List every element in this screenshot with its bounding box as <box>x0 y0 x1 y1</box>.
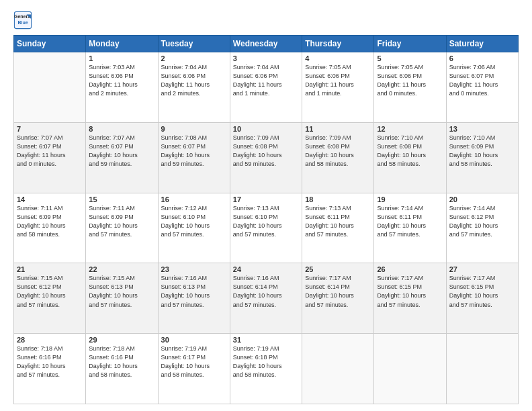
day-info: Sunrise: 7:14 AM Sunset: 6:12 PM Dayligh… <box>449 204 515 239</box>
calendar-day-cell: 14Sunrise: 7:11 AM Sunset: 6:09 PM Dayli… <box>14 193 86 263</box>
calendar-week-row: 14Sunrise: 7:11 AM Sunset: 6:09 PM Dayli… <box>14 193 519 263</box>
weekday-header: Sunday <box>14 36 86 52</box>
calendar-week-row: 7Sunrise: 7:07 AM Sunset: 6:07 PM Daylig… <box>14 122 519 193</box>
calendar-day-cell: 24Sunrise: 7:16 AM Sunset: 6:14 PM Dayli… <box>230 263 302 334</box>
day-number: 9 <box>161 125 227 133</box>
calendar-day-cell <box>374 334 446 404</box>
svg-text:Blue: Blue <box>17 20 28 25</box>
day-info: Sunrise: 7:05 AM Sunset: 6:06 PM Dayligh… <box>305 63 371 98</box>
day-number: 14 <box>17 195 83 203</box>
day-info: Sunrise: 7:17 AM Sunset: 6:14 PM Dayligh… <box>305 274 371 309</box>
day-number: 15 <box>89 195 154 203</box>
day-info: Sunrise: 7:03 AM Sunset: 6:06 PM Dayligh… <box>89 63 154 98</box>
day-info: Sunrise: 7:16 AM Sunset: 6:13 PM Dayligh… <box>161 274 227 309</box>
calendar-day-cell: 20Sunrise: 7:14 AM Sunset: 6:12 PM Dayli… <box>446 193 518 263</box>
calendar-day-cell: 9Sunrise: 7:08 AM Sunset: 6:07 PM Daylig… <box>158 122 230 193</box>
day-info: Sunrise: 7:09 AM Sunset: 6:08 PM Dayligh… <box>305 134 371 169</box>
calendar-day-cell: 22Sunrise: 7:15 AM Sunset: 6:13 PM Dayli… <box>86 263 158 334</box>
day-number: 20 <box>449 195 515 203</box>
day-info: Sunrise: 7:07 AM Sunset: 6:07 PM Dayligh… <box>89 134 154 169</box>
calendar-day-cell: 6Sunrise: 7:06 AM Sunset: 6:07 PM Daylig… <box>446 52 518 123</box>
day-info: Sunrise: 7:13 AM Sunset: 6:11 PM Dayligh… <box>305 204 371 239</box>
day-info: Sunrise: 7:07 AM Sunset: 6:07 PM Dayligh… <box>17 134 83 169</box>
calendar-day-cell: 21Sunrise: 7:15 AM Sunset: 6:12 PM Dayli… <box>14 263 86 334</box>
header: General Blue <box>13 11 519 30</box>
day-number: 29 <box>89 336 154 344</box>
day-number: 10 <box>233 125 299 133</box>
day-number: 26 <box>377 265 443 273</box>
logo: General Blue <box>13 11 34 30</box>
calendar-day-cell: 16Sunrise: 7:12 AM Sunset: 6:10 PM Dayli… <box>158 193 230 263</box>
calendar-day-cell: 30Sunrise: 7:19 AM Sunset: 6:17 PM Dayli… <box>158 334 230 404</box>
calendar-day-cell: 12Sunrise: 7:10 AM Sunset: 6:08 PM Dayli… <box>374 122 446 193</box>
calendar-day-cell: 4Sunrise: 7:05 AM Sunset: 6:06 PM Daylig… <box>302 52 374 123</box>
day-number: 1 <box>89 54 154 62</box>
day-info: Sunrise: 7:11 AM Sunset: 6:09 PM Dayligh… <box>17 204 83 239</box>
weekday-header: Saturday <box>446 36 518 52</box>
calendar-day-cell: 8Sunrise: 7:07 AM Sunset: 6:07 PM Daylig… <box>86 122 158 193</box>
weekday-header: Wednesday <box>230 36 302 52</box>
day-info: Sunrise: 7:18 AM Sunset: 6:16 PM Dayligh… <box>17 345 83 379</box>
day-number: 2 <box>161 54 227 62</box>
day-info: Sunrise: 7:10 AM Sunset: 6:08 PM Dayligh… <box>377 134 443 169</box>
day-number: 17 <box>233 195 299 203</box>
calendar-week-row: 28Sunrise: 7:18 AM Sunset: 6:16 PM Dayli… <box>14 334 519 404</box>
calendar-day-cell: 3Sunrise: 7:04 AM Sunset: 6:06 PM Daylig… <box>230 52 302 123</box>
day-number: 19 <box>377 195 443 203</box>
day-number: 7 <box>17 125 83 133</box>
calendar-day-cell: 15Sunrise: 7:11 AM Sunset: 6:09 PM Dayli… <box>86 193 158 263</box>
day-info: Sunrise: 7:19 AM Sunset: 6:18 PM Dayligh… <box>233 345 299 379</box>
day-info: Sunrise: 7:15 AM Sunset: 6:13 PM Dayligh… <box>89 274 154 309</box>
weekday-header: Monday <box>86 36 158 52</box>
day-info: Sunrise: 7:15 AM Sunset: 6:12 PM Dayligh… <box>17 274 83 309</box>
calendar-header-row: SundayMondayTuesdayWednesdayThursdayFrid… <box>14 36 519 52</box>
calendar-day-cell: 7Sunrise: 7:07 AM Sunset: 6:07 PM Daylig… <box>14 122 86 193</box>
day-info: Sunrise: 7:16 AM Sunset: 6:14 PM Dayligh… <box>233 274 299 309</box>
day-number: 3 <box>233 54 299 62</box>
calendar-day-cell: 26Sunrise: 7:17 AM Sunset: 6:15 PM Dayli… <box>374 263 446 334</box>
calendar-day-cell: 29Sunrise: 7:18 AM Sunset: 6:16 PM Dayli… <box>86 334 158 404</box>
logo-icon: General Blue <box>13 11 32 30</box>
weekday-header: Friday <box>374 36 446 52</box>
calendar-week-row: 1Sunrise: 7:03 AM Sunset: 6:06 PM Daylig… <box>14 52 519 123</box>
weekday-header: Thursday <box>302 36 374 52</box>
day-number: 24 <box>233 265 299 273</box>
day-number: 23 <box>161 265 227 273</box>
day-number: 21 <box>17 265 83 273</box>
day-number: 6 <box>449 54 515 62</box>
day-info: Sunrise: 7:17 AM Sunset: 6:15 PM Dayligh… <box>449 274 515 309</box>
page: General Blue SundayMondayTuesdayWednesda… <box>0 0 532 411</box>
day-info: Sunrise: 7:18 AM Sunset: 6:16 PM Dayligh… <box>89 345 154 379</box>
day-info: Sunrise: 7:14 AM Sunset: 6:11 PM Dayligh… <box>377 204 443 239</box>
calendar-day-cell: 2Sunrise: 7:04 AM Sunset: 6:06 PM Daylig… <box>158 52 230 123</box>
day-info: Sunrise: 7:17 AM Sunset: 6:15 PM Dayligh… <box>377 274 443 309</box>
calendar-day-cell <box>14 52 86 123</box>
day-number: 13 <box>449 125 515 133</box>
calendar-day-cell: 1Sunrise: 7:03 AM Sunset: 6:06 PM Daylig… <box>86 52 158 123</box>
calendar-day-cell <box>446 334 518 404</box>
day-number: 11 <box>305 125 371 133</box>
calendar-day-cell: 23Sunrise: 7:16 AM Sunset: 6:13 PM Dayli… <box>158 263 230 334</box>
calendar-day-cell: 5Sunrise: 7:05 AM Sunset: 6:06 PM Daylig… <box>374 52 446 123</box>
day-number: 4 <box>305 54 371 62</box>
weekday-header: Tuesday <box>158 36 230 52</box>
day-number: 18 <box>305 195 371 203</box>
day-info: Sunrise: 7:09 AM Sunset: 6:08 PM Dayligh… <box>233 134 299 169</box>
calendar-day-cell: 18Sunrise: 7:13 AM Sunset: 6:11 PM Dayli… <box>302 193 374 263</box>
day-info: Sunrise: 7:13 AM Sunset: 6:10 PM Dayligh… <box>233 204 299 239</box>
day-info: Sunrise: 7:04 AM Sunset: 6:06 PM Dayligh… <box>161 63 227 98</box>
calendar-day-cell: 10Sunrise: 7:09 AM Sunset: 6:08 PM Dayli… <box>230 122 302 193</box>
calendar-day-cell: 31Sunrise: 7:19 AM Sunset: 6:18 PM Dayli… <box>230 334 302 404</box>
calendar-day-cell: 28Sunrise: 7:18 AM Sunset: 6:16 PM Dayli… <box>14 334 86 404</box>
day-number: 25 <box>305 265 371 273</box>
calendar-day-cell <box>302 334 374 404</box>
day-info: Sunrise: 7:08 AM Sunset: 6:07 PM Dayligh… <box>161 134 227 169</box>
calendar-day-cell: 11Sunrise: 7:09 AM Sunset: 6:08 PM Dayli… <box>302 122 374 193</box>
day-number: 27 <box>449 265 515 273</box>
day-number: 8 <box>89 125 154 133</box>
calendar-day-cell: 27Sunrise: 7:17 AM Sunset: 6:15 PM Dayli… <box>446 263 518 334</box>
day-info: Sunrise: 7:11 AM Sunset: 6:09 PM Dayligh… <box>89 204 154 239</box>
day-number: 22 <box>89 265 154 273</box>
calendar-week-row: 21Sunrise: 7:15 AM Sunset: 6:12 PM Dayli… <box>14 263 519 334</box>
day-number: 30 <box>161 336 227 344</box>
